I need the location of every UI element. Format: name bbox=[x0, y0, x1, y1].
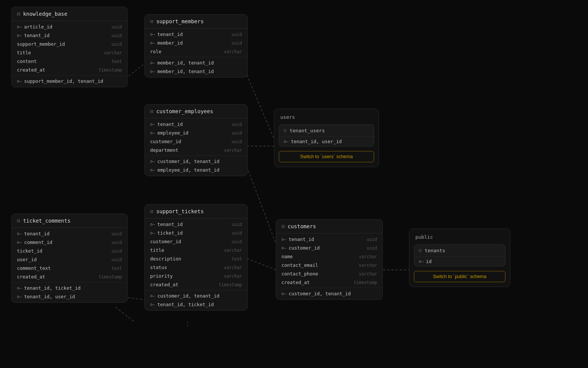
inner-table-name-tenants: tenants bbox=[425, 248, 445, 253]
svg-line-6 bbox=[116, 307, 135, 322]
field-row: customer_id uuid bbox=[145, 237, 247, 246]
field-row: created_at timestamp bbox=[12, 272, 127, 281]
key-icon: o— bbox=[281, 237, 286, 242]
field-row: priority varchar bbox=[145, 272, 247, 280]
divider bbox=[145, 57, 247, 57]
key-icon: o— bbox=[17, 24, 22, 29]
table-name-ticket-comments: ticket_comments bbox=[23, 218, 70, 224]
key-icon: o— bbox=[419, 259, 424, 264]
key-icon: o— bbox=[150, 159, 155, 164]
field-row: content text bbox=[12, 57, 127, 66]
field-row: o—tenant_id, ticket_id bbox=[12, 284, 127, 292]
key-icon: o— bbox=[281, 291, 286, 296]
table-name-support-tickets: support_tickets bbox=[156, 208, 203, 214]
schema-title-users: users bbox=[279, 114, 374, 121]
field-row: o—tenant_id uuid bbox=[145, 220, 247, 229]
field-row: description text bbox=[145, 254, 247, 263]
field-row: title varchar bbox=[145, 246, 247, 254]
table-ticket-comments: ⊟ ticket_comments o—tenant_id uuid o—com… bbox=[11, 214, 128, 303]
table-header-support-tickets: ⊟ support_tickets bbox=[145, 205, 247, 218]
field-row: name varchar bbox=[276, 252, 382, 261]
table-icon-support-tickets: ⊟ bbox=[150, 208, 153, 214]
key-icon: o— bbox=[17, 240, 22, 245]
field-name-id: id bbox=[426, 259, 432, 264]
field-row: o—employee_id, tenant_id bbox=[145, 166, 247, 174]
divider bbox=[276, 288, 382, 288]
table-name-knowledge-base: knowledge_base bbox=[23, 11, 67, 17]
field-row: o—article_id uuid bbox=[12, 22, 127, 31]
key-icon: o— bbox=[150, 222, 155, 227]
field-row: role varchar bbox=[145, 47, 247, 56]
divider bbox=[12, 282, 127, 283]
table-name-customers: customers bbox=[287, 223, 316, 229]
field-row: user_id uuid bbox=[12, 255, 127, 264]
field-row: o—customer_id, tenant_id bbox=[276, 289, 382, 298]
table-rows-support-members: o—tenant_id uuid o—member_id uuid role v… bbox=[145, 28, 247, 77]
key-icon: o— bbox=[17, 286, 22, 290]
field-row: status varchar bbox=[145, 263, 247, 272]
table-icon-knowledge-base: ⊟ bbox=[17, 11, 20, 17]
table-knowledge-base: ⊟ knowledge_base o—article_id uuid o—ten… bbox=[11, 7, 128, 87]
key-icon: o— bbox=[17, 231, 22, 236]
key-icon: o— bbox=[17, 79, 22, 84]
field-row: o—tenant_id uuid bbox=[145, 30, 247, 39]
table-rows-ticket-comments: o—tenant_id uuid o—comment_id uuid ticke… bbox=[12, 228, 127, 302]
table-customer-employees: ⊟ customer_employees o—tenant_id uuid o—… bbox=[144, 104, 248, 176]
table-header-ticket-comments: ⊟ ticket_comments bbox=[12, 214, 127, 228]
field-row: department varchar bbox=[145, 146, 247, 154]
table-header-customer-employees: ⊟ customer_employees bbox=[145, 105, 247, 118]
key-icon: o— bbox=[150, 40, 155, 45]
field-row: o—tenant_id, ticket_id bbox=[145, 300, 247, 309]
field-row: o—tenant_id uuid bbox=[12, 229, 127, 238]
schema-users-card: users ⊟ tenant_users o— tenant_id, user_… bbox=[274, 109, 379, 167]
key-icon: o— bbox=[150, 230, 155, 235]
key-icon: o— bbox=[150, 32, 155, 37]
table-icon-customer-employees: ⊟ bbox=[150, 108, 153, 114]
field-row: contact_email varchar bbox=[276, 261, 382, 269]
field-row: customer_id uuid bbox=[145, 137, 247, 146]
table-name-customer-employees: customer_employees bbox=[156, 108, 213, 114]
field-row: o—tenant_id, user_id bbox=[12, 292, 127, 301]
inner-table-header-tenant-users: ⊟ tenant_users bbox=[279, 125, 374, 136]
field-row: o—comment_id uuid bbox=[12, 238, 127, 247]
table-icon-support-members: ⊟ bbox=[150, 18, 153, 24]
svg-line-3 bbox=[247, 167, 276, 244]
key-icon: o— bbox=[17, 294, 22, 299]
field-row: comment_text text bbox=[12, 264, 127, 272]
field-row: o—tenant_id uuid bbox=[276, 235, 382, 244]
table-rows-customer-employees: o—tenant_id uuid o—employee_id uuid cust… bbox=[145, 118, 247, 176]
key-icon: o— bbox=[150, 168, 155, 172]
key-icon: o— bbox=[284, 139, 289, 144]
key-icon: o— bbox=[150, 302, 155, 307]
switch-public-schema-button[interactable]: Switch to `public` schema bbox=[414, 271, 505, 282]
inner-table-tenant-users: ⊟ tenant_users o— tenant_id, user_id bbox=[279, 124, 374, 147]
key-icon: o— bbox=[150, 293, 155, 298]
svg-line-1 bbox=[247, 75, 274, 139]
field-row: o—member_id uuid bbox=[145, 39, 247, 47]
inner-table-tenants: ⊟ tenants o— id bbox=[414, 244, 505, 266]
field-row: o—tenant_id uuid bbox=[145, 120, 247, 129]
key-icon: o— bbox=[150, 69, 155, 74]
table-header-knowledge-base: ⊟ knowledge_base bbox=[12, 7, 127, 21]
field-row: o—customer_id, tenant_id bbox=[145, 157, 247, 166]
table-icon-customers: ⊟ bbox=[281, 223, 284, 229]
canvas: ⊟ knowledge_base o—article_id uuid o—ten… bbox=[0, 0, 588, 368]
field-row: contact_phone varchar bbox=[276, 269, 382, 278]
divider bbox=[145, 156, 247, 156]
key-icon: o— bbox=[150, 122, 155, 127]
field-row: o—tenant_id uuid bbox=[12, 31, 127, 40]
field-row: o—employee_id uuid bbox=[145, 129, 247, 137]
switch-users-schema-button[interactable]: Switch to `users` schema bbox=[279, 151, 374, 162]
inner-table-name-tenant-users: tenant_users bbox=[290, 128, 325, 133]
inner-table-header-tenants: ⊟ tenants bbox=[414, 245, 505, 256]
schema-title-public: public bbox=[414, 233, 505, 241]
field-row: ticket_id uuid bbox=[12, 247, 127, 255]
schema-public-card: public ⊟ tenants o— id Switch to `public… bbox=[409, 229, 510, 287]
field-row: created_at timestamp bbox=[12, 66, 127, 74]
field-row: o—customer_id, tenant_id bbox=[145, 292, 247, 300]
field-row: support_member_id uuid bbox=[12, 40, 127, 48]
svg-line-4 bbox=[247, 259, 276, 270]
table-rows-knowledge-base: o—article_id uuid o—tenant_id uuid suppo… bbox=[12, 21, 127, 87]
table-header-customers: ⊟ customers bbox=[276, 220, 382, 233]
inner-field-row-id: o— id bbox=[414, 256, 505, 266]
